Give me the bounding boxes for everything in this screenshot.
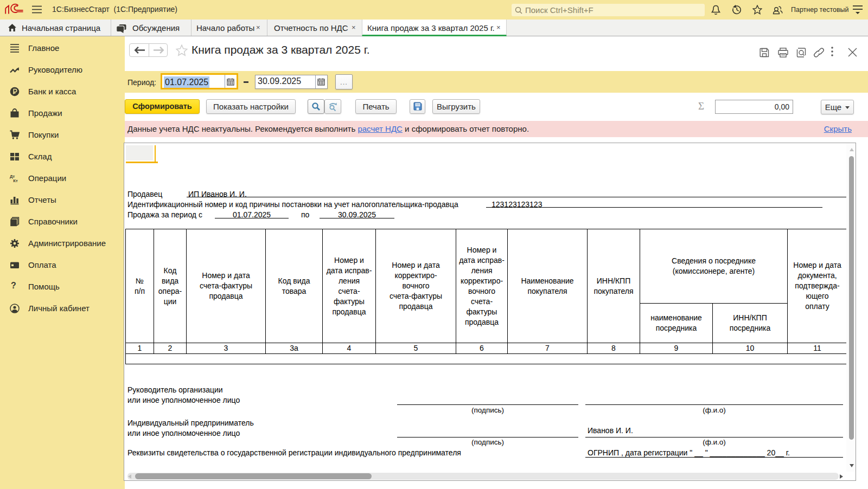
svg-text:Кт: Кт [13, 178, 18, 183]
